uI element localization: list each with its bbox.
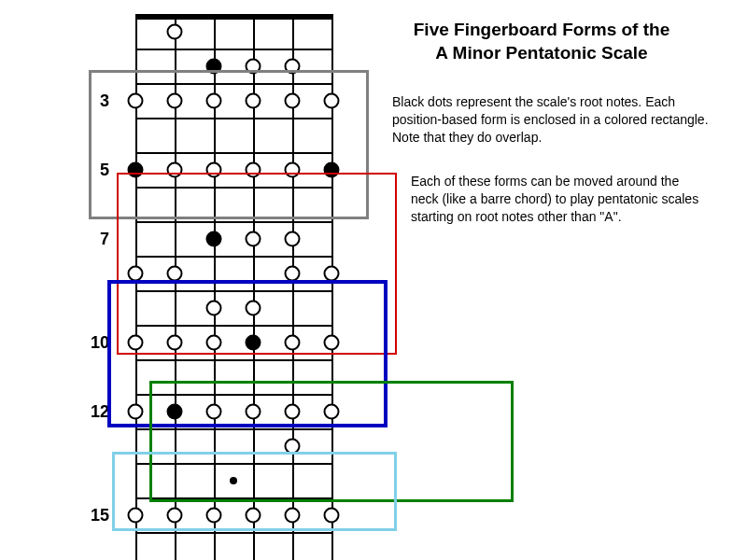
fret-label-10: 10 [81, 332, 109, 352]
fret-label-12: 12 [81, 401, 109, 421]
nut [135, 14, 331, 20]
page-title: Five Fingerboard Forms of the A Minor Pe… [374, 19, 710, 64]
description-root-notes: Black dots represent the scale's root no… [392, 93, 710, 147]
title-line-2: A Minor Pentatonic Scale [435, 43, 647, 63]
fret-1 [135, 49, 331, 50]
description-movable: Each of these forms can be moved around … [411, 173, 700, 226]
fret-15 [135, 532, 331, 534]
scale-note-dot [167, 23, 183, 39]
fret-label-15: 15 [81, 505, 109, 525]
title-line-1: Five Fingerboard Forms of the [414, 20, 669, 39]
form-5 [112, 452, 397, 531]
fret-label-7: 7 [81, 229, 109, 248]
